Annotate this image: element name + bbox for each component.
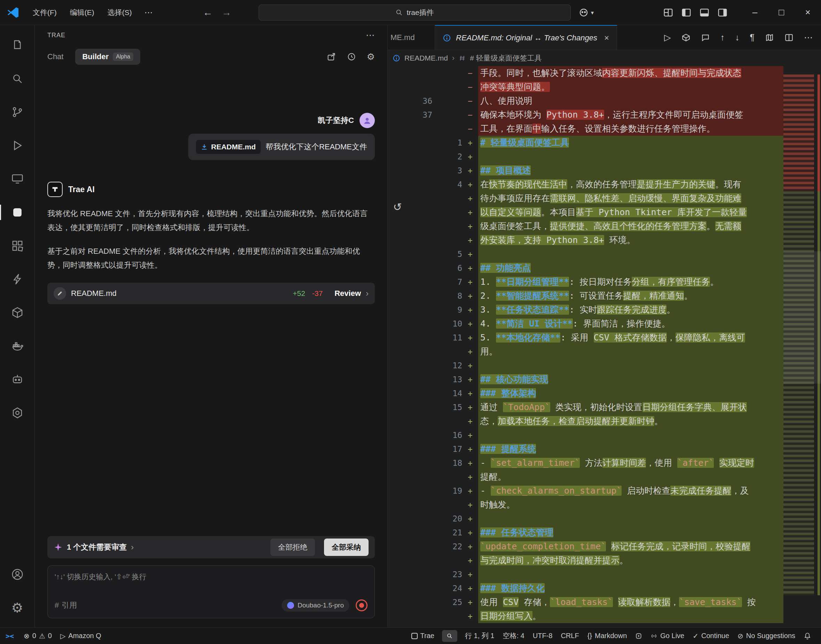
app-logo-icon [6, 5, 21, 20]
customize-layout-icon[interactable] [663, 7, 674, 18]
indentation-status[interactable]: 空格: 4 [498, 631, 528, 641]
encoding-status[interactable]: UTF-8 [528, 632, 557, 640]
settings-gear-icon[interactable]: ⚙ [0, 591, 34, 624]
chevron-right-icon: › [452, 54, 455, 63]
diff-line: −冲突等典型问题。 [388, 80, 783, 94]
edit-file-icon [54, 287, 66, 300]
diff-line: +态，加载本地任务，检查启动提醒并更新时钟。 [388, 414, 783, 428]
changed-file-row[interactable]: README.md +52 -37 Review › [47, 283, 375, 304]
minimap[interactable] [783, 66, 821, 627]
back-icon[interactable]: ← [203, 7, 213, 18]
revert-block-button[interactable]: ↺ [390, 199, 405, 215]
language-mode[interactable]: {} Markdown [583, 632, 631, 640]
menu-selection[interactable]: 选择(S) [102, 5, 138, 20]
forward-icon[interactable]: → [222, 7, 231, 18]
run-icon[interactable]: ▷ [664, 32, 671, 43]
minimap-slider[interactable] [783, 251, 821, 383]
lightning-plugin-icon[interactable] [0, 262, 34, 296]
diff-line: 25+使用 CSV 存储，`load_tasks` 读取解析数据，`save_t… [388, 595, 783, 609]
toggle-sidebar-icon[interactable] [681, 7, 692, 18]
trae-ai-logo [47, 182, 63, 197]
menu-bar: 文件(F) 编辑(E) 选择(S) ⋯ [27, 5, 158, 20]
whitespace-icon[interactable]: ¶ [750, 32, 755, 43]
hexagon-plugin-icon[interactable] [0, 396, 34, 429]
reject-all-button[interactable]: 全部拒绝 [270, 538, 315, 556]
window-close-button[interactable]: × [795, 0, 821, 25]
sidebar-more-icon[interactable]: ⋯ [366, 30, 375, 41]
remote-explorer-icon[interactable] [0, 162, 34, 196]
diff-line: +待办事项应用存在需联网、隐私性差、启动缓慢、界面复杂及功能难 [388, 192, 783, 205]
accept-all-button[interactable]: 全部采纳 [324, 538, 369, 556]
eol-status[interactable]: CRLF [556, 632, 583, 640]
explorer-icon[interactable] [0, 29, 34, 62]
continue-status[interactable]: ✓ Continue [688, 632, 733, 640]
previous-change-icon[interactable]: ↑ [720, 32, 725, 43]
comment-icon[interactable] [701, 33, 710, 42]
window-maximize-button[interactable]: □ [768, 0, 795, 25]
ai-assistant-button[interactable]: ▾ [578, 7, 594, 18]
problems-status[interactable]: ⊗ 0 ⚠ 0 [20, 628, 56, 644]
window-minimize-button[interactable]: – [741, 0, 768, 25]
close-tab-icon[interactable]: × [604, 33, 609, 43]
menu-more-icon[interactable]: ⋯ [139, 5, 158, 20]
amazon-q-status[interactable]: ▷ Amazon Q [56, 628, 106, 644]
cursor-position[interactable]: 行 1, 列 1 [461, 631, 498, 641]
search-icon [395, 9, 403, 16]
diff-line: 16+ [388, 428, 783, 442]
review-summary-bar: 1 个文件需要审查 › 全部拒绝 全部采纳 [47, 536, 375, 558]
open-preview-icon[interactable] [682, 33, 691, 42]
menu-edit[interactable]: 编辑(E) [64, 5, 100, 20]
search-icon[interactable] [0, 62, 34, 95]
attached-file-chip[interactable]: README.md [196, 140, 261, 154]
ai-paragraph: 我将优化 README 文件，首先分析现有内容，梳理结构，突出重点功能和优势。然… [47, 207, 375, 235]
menu-file[interactable]: 文件(F) [27, 5, 62, 20]
trae-status[interactable]: Trae [407, 632, 438, 640]
toggle-secondary-sidebar-icon[interactable] [717, 7, 728, 18]
tab-builder[interactable]: Builder Alpha [75, 49, 140, 65]
chevron-right-icon[interactable]: › [131, 542, 134, 552]
user-message-bubble: README.md 帮我优化下这个README文件 [188, 134, 375, 160]
package-plugin-icon[interactable] [0, 296, 34, 329]
toggle-panel-icon[interactable] [699, 7, 710, 18]
breadcrumb-heading[interactable]: # 轻量级桌面便签工具 [470, 53, 542, 63]
chat-input[interactable]: '↑↓' 切换历史输入, '⇧⏎' 换行 # 引用 Doubao-1.5-pro [47, 565, 375, 618]
breadcrumb-file[interactable]: README.md [404, 54, 448, 62]
next-change-icon[interactable]: ↓ [735, 32, 740, 43]
diff-line: 14+### 整体架构 [388, 386, 783, 400]
remote-indicator[interactable]: >< [0, 628, 20, 644]
export-icon[interactable] [326, 52, 336, 61]
docker-icon[interactable] [0, 329, 34, 363]
trae-sidebar: TRAE ⋯ Chat Builder Alpha ⚙ 凯子坚持C [35, 25, 388, 627]
accounts-icon[interactable] [0, 558, 34, 591]
split-editor-icon[interactable] [784, 33, 793, 42]
model-selector[interactable]: Doubao-1.5-pro [282, 599, 349, 612]
suggestions-status[interactable]: ⊘ No Suggestions [733, 632, 800, 640]
diff-line: +时触发。 [388, 498, 783, 512]
run-debug-icon[interactable] [0, 129, 34, 162]
diff-editor[interactable]: −手段。同时，也解决了滚动区域内容更新闪烁、提醒时间与完成状态−冲突等典型问题。… [388, 66, 821, 627]
go-live-status[interactable]: Go Live [646, 632, 688, 640]
command-search-input[interactable]: trae插件 [259, 5, 571, 20]
tab-diff-readme[interactable]: README.md: Original ↔ Trae's Changes × [435, 25, 617, 50]
extensions-icon[interactable] [0, 229, 34, 262]
blocked-icon: ⊘ [737, 632, 743, 640]
trae-ai-icon[interactable] [0, 196, 34, 229]
reference-button[interactable]: # 引用 [55, 600, 77, 610]
user-message-text: 帮我优化下这个README文件 [265, 142, 367, 152]
source-control-icon[interactable] [0, 95, 34, 129]
info-icon [443, 34, 451, 42]
tab-readme[interactable]: ME.md [388, 25, 435, 50]
editor-more-icon[interactable]: ⋯ [804, 32, 813, 43]
tab-chat[interactable]: Chat [47, 52, 63, 61]
chat-settings-icon[interactable]: ⚙ [367, 52, 375, 62]
plugin-status-icon[interactable] [631, 633, 646, 639]
diff-line: +用。 [388, 345, 783, 359]
history-icon[interactable] [347, 52, 356, 61]
review-button[interactable]: Review [334, 289, 361, 298]
record-voice-button[interactable] [356, 600, 368, 611]
notifications-bell-icon[interactable] [800, 632, 815, 640]
zoom-indicator[interactable] [442, 630, 457, 642]
download-icon [201, 143, 208, 150]
map-icon[interactable] [765, 33, 774, 42]
robot-assistant-icon[interactable] [0, 363, 34, 396]
